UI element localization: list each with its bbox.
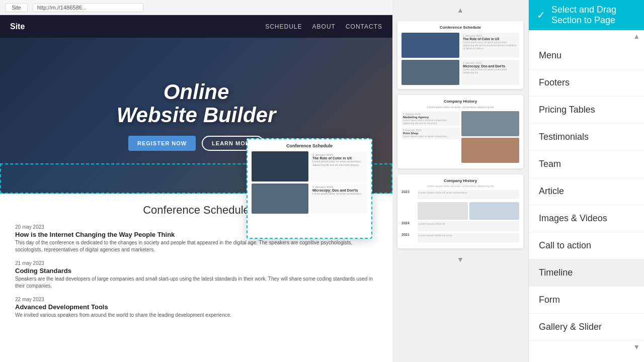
section-item-footers[interactable]: Footers	[529, 69, 644, 97]
article-date-2: 21 may 2023	[15, 260, 377, 266]
thumbnail-company-history-2[interactable]: Company History Lorem ipsum dolor sit am…	[397, 174, 523, 248]
section-item-gallery-slider[interactable]: Gallery & Slider	[529, 314, 644, 341]
section-item-form[interactable]: Form	[529, 287, 644, 314]
ch-row-1: 1 January 2023 Marketing Agency Lorem ip…	[401, 111, 519, 163]
article-item-3: 22 may 2023 Advanced Development Tools W…	[15, 297, 377, 319]
article-body-2: Speakers are the lead developers of larg…	[15, 276, 377, 290]
floating-card-grid: 1 January 2023 The Role of Color in UX L…	[252, 151, 367, 214]
article-body-3: We invited various speakers from around …	[15, 312, 377, 319]
section-header: ✓ Select and Drag Section to Page	[529, 0, 644, 30]
check-icon: ✓	[537, 9, 545, 21]
card-image-2	[252, 184, 308, 214]
section-item-testimonials[interactable]: Testimonials	[529, 124, 644, 151]
tl-entry-1: 2023 Lorem ipsum dolor sit amet consecte…	[401, 190, 519, 220]
section-scroll-down[interactable]: ▼	[529, 341, 644, 353]
card-body-1: Lorem ipsum dolor sit amet consectetur a…	[312, 160, 365, 167]
tl-img-1	[418, 202, 468, 220]
thumb-grid-conference: 1 January 2023 The Role of Color in UX L…	[401, 33, 519, 85]
nav-schedule[interactable]: SCHEDULE	[265, 23, 302, 30]
thumb-title-ch2: Company History	[401, 178, 519, 183]
article-title-3: Advanced Development Tools	[15, 303, 377, 311]
thumbnails-scroll-down[interactable]: ▼	[397, 254, 523, 264]
nav-contacts[interactable]: CONTACTS	[346, 23, 382, 30]
nav-links: SCHEDULE ABOUT CONTACTS	[265, 23, 382, 30]
nav-about[interactable]: ABOUT	[312, 23, 336, 30]
article-date-3: 22 may 2023	[15, 297, 377, 302]
site-nav: Site SCHEDULE ABOUT CONTACTS	[0, 15, 392, 38]
card-title-2: Microcopy: Dos and Don'ts	[312, 189, 365, 192]
tl-img-2	[469, 202, 520, 220]
ch-photo-1	[461, 111, 520, 136]
ch-photo-2	[461, 138, 520, 163]
thumb-title-ch1: Company History	[401, 99, 519, 104]
card-image-1	[252, 151, 308, 182]
tl-entry-3: 2021 Lorem ipsum dolor sit amet	[401, 233, 519, 243]
article-body-1: This day of the conference is dedicated …	[15, 239, 377, 253]
thumb-text-conf-2: 2 January 2023 Microcopy: Dos and Don'ts…	[461, 60, 519, 85]
thumbnails-scroll-up[interactable]: ▲	[397, 5, 523, 15]
section-item-timeline[interactable]: Timeline	[529, 259, 644, 287]
right-panel: ▲ Conference Schedule 1 January 2023 The…	[392, 0, 644, 362]
browser-url: http://m.//1486586...	[33, 3, 143, 12]
section-list[interactable]: ✓ Select and Drag Section to Page ▲ Menu…	[528, 0, 644, 362]
thumb-img-conf-1	[401, 33, 459, 58]
hero-title: Online Website Builder	[117, 80, 276, 127]
section-scroll-up[interactable]: ▲	[529, 30, 644, 42]
thumb-img-conf-2	[401, 60, 459, 85]
website-preview: Site http://m.//1486586... Site SCHEDULE…	[0, 0, 392, 362]
floating-card-title: Conference Schedule	[252, 143, 367, 148]
thumbnails-column[interactable]: ▲ Conference Schedule 1 January 2023 The…	[392, 0, 528, 362]
browser-tab: Site	[5, 3, 28, 12]
site-logo: Site	[10, 22, 25, 31]
card-body-2: Lorem ipsum dolor sit amet consectetur.	[312, 192, 365, 196]
section-item-images-videos[interactable]: Images & Videos	[529, 205, 644, 232]
section-item-article[interactable]: Article	[529, 178, 644, 205]
thumbnail-company-history-1[interactable]: Company History Lorem ipsum dolor sit am…	[397, 95, 523, 168]
header-drag-label: Select and Drag Section to Page	[551, 5, 636, 26]
thumbnail-conference-schedule[interactable]: Conference Schedule 1 January 2023 The R…	[397, 21, 523, 89]
card-entry-1: 1 January 2023 The Role of Color in UX L…	[310, 151, 367, 182]
card-entry-2: 2 January 2023 Microcopy: Dos and Don'ts…	[310, 184, 367, 214]
tl-entry-2: 2024 Lorem ipsum dolor sit	[401, 221, 519, 231]
section-item-pricing-tables[interactable]: Pricing Tables	[529, 97, 644, 124]
browser-bar: Site http://m.//1486586...	[0, 0, 392, 15]
section-item-menu[interactable]: Menu	[529, 42, 644, 69]
article-title-2: Coding Standards	[15, 267, 377, 275]
article-item-2: 21 may 2023 Coding Standards Speakers ar…	[15, 260, 377, 290]
register-button[interactable]: REGISTER NOW	[128, 136, 196, 151]
floating-preview-card[interactable]: Conference Schedule 1 January 2023 The R…	[247, 138, 372, 239]
thumb-title-conference: Conference Schedule	[401, 25, 519, 30]
thumb-text-conf-1: 1 January 2023 The Role of Color in UX L…	[461, 33, 519, 58]
section-item-call-to-action[interactable]: Call to action	[529, 232, 644, 259]
card-title-1: The Role of Color in UX	[312, 156, 365, 160]
section-item-team[interactable]: Team	[529, 151, 644, 178]
